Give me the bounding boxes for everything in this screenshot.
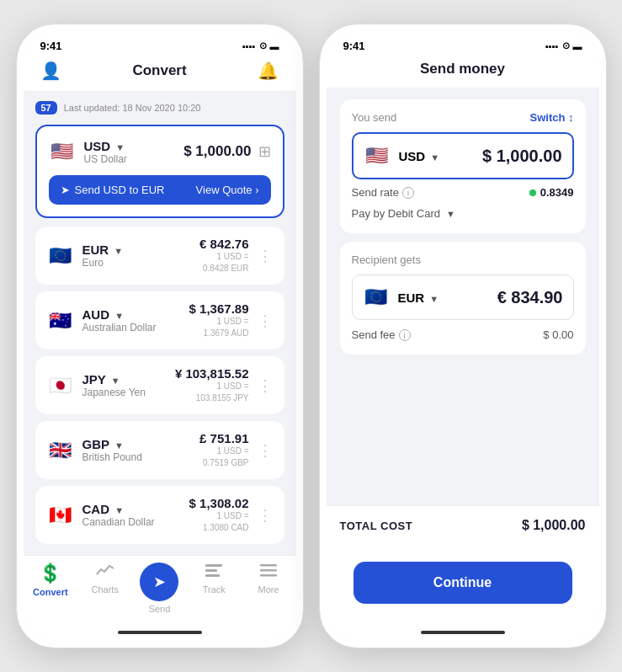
nav-send[interactable]: ➤ Send xyxy=(138,563,180,614)
recipient-currency-row[interactable]: 🇪🇺 EUR ▼ € 834.90 xyxy=(352,275,574,320)
track-icon xyxy=(205,563,223,582)
home-bar-1 xyxy=(24,627,296,641)
aud-rate: 1 USD =1.3679 AUD xyxy=(189,316,249,339)
cad-amount: $ 1,308.02 xyxy=(189,496,249,510)
jpy-name: Japanese Yen xyxy=(82,387,146,398)
cad-code: CAD ▼ xyxy=(82,502,155,516)
eur-amount: € 842.76 xyxy=(199,237,248,251)
cad-rate: 1 USD =1.3080 CAD xyxy=(189,510,249,534)
status-time-1: 9:41 xyxy=(40,40,62,52)
status-icons-1: ▪▪▪▪ ⊙ ▬ xyxy=(242,40,279,51)
gbp-code: GBP ▼ xyxy=(82,437,142,451)
rate-value: 0.8349 xyxy=(529,186,574,199)
gbp-name: British Pound xyxy=(82,451,142,463)
app-header-2: Send money xyxy=(327,56,599,88)
app-header-1: 👤 Convert 🔔 xyxy=(24,56,296,91)
total-value: $ 1,000.00 xyxy=(522,518,586,533)
update-badge: 57 xyxy=(35,101,57,115)
pay-method-label: Pay by Debit Card xyxy=(352,207,441,220)
rate-info-icon[interactable]: i xyxy=(402,187,414,199)
nav-convert[interactable]: 💲 Convert xyxy=(29,563,72,614)
phone-2: 9:41 ▪▪▪▪ ⊙ ▬ Send money You send xyxy=(320,24,606,648)
svg-rect-4 xyxy=(260,569,277,572)
list-item[interactable]: 🇯🇵 JPY ▼ Japanese Yen ¥ 103,815.52 1 USD… xyxy=(35,356,284,414)
fee-label: Send fee i xyxy=(352,328,411,341)
eur-more-icon[interactable]: ⋮ xyxy=(258,247,273,265)
send-flag: 🇺🇸 xyxy=(364,142,391,169)
main-currency-card[interactable]: 🇺🇸 USD ▼ US Dollar $ 1,000.00 xyxy=(35,125,284,218)
send-code[interactable]: USD ▼ xyxy=(399,149,440,163)
jpy-code: JPY ▼ xyxy=(82,372,146,387)
usd-name: US Dollar xyxy=(84,153,127,165)
send-label-text: Send USD to EUR xyxy=(75,184,165,196)
view-quote-btn[interactable]: View Quote › xyxy=(196,184,259,196)
pay-dropdown-arrow: ▼ xyxy=(446,209,455,219)
send-quote-bar[interactable]: ➤ Send USD to EUR View Quote › xyxy=(49,175,271,205)
svg-rect-1 xyxy=(205,569,217,572)
profile-icon[interactable]: 👤 xyxy=(40,61,61,81)
usd-code[interactable]: USD ▼ xyxy=(84,139,127,153)
jpy-flag: 🇯🇵 xyxy=(47,372,74,399)
status-bar-1: 9:41 ▪▪▪▪ ⊙ ▬ xyxy=(24,31,296,56)
send-arrow-icon: ➤ xyxy=(61,184,70,196)
list-item[interactable]: 🇨🇦 CAD ▼ Canadian Dollar $ 1,308.02 1 US… xyxy=(35,486,284,544)
recipient-flag: 🇪🇺 xyxy=(363,284,390,311)
nav-more[interactable]: More xyxy=(247,563,290,614)
jpy-more-icon[interactable]: ⋮ xyxy=(258,376,273,395)
total-label: TOTAL COST xyxy=(340,520,413,532)
nav-track-label: Track xyxy=(203,584,226,595)
bell-icon[interactable]: 🔔 xyxy=(258,61,279,81)
battery-icon-1: ▬ xyxy=(270,41,279,51)
eur-flag: 🇪🇺 xyxy=(47,243,74,269)
jpy-amount: ¥ 103,815.52 xyxy=(175,366,249,381)
nav-track[interactable]: Track xyxy=(193,563,235,614)
page-title-2: Send money xyxy=(420,61,505,77)
gbp-rate: 1 USD =0.7519 GBP xyxy=(199,445,248,469)
page-title-1: Convert xyxy=(132,62,186,79)
status-icons-2: ▪▪▪▪ ⊙ ▬ xyxy=(545,40,582,51)
pay-method-row[interactable]: Pay by Debit Card ▼ xyxy=(352,202,574,221)
rate-row: Send rate i 0.8349 xyxy=(352,179,574,202)
aud-code: AUD ▼ xyxy=(82,307,157,322)
fee-info-icon[interactable]: i xyxy=(399,329,411,341)
list-item[interactable]: 🇪🇺 EUR ▼ Euro € 842.76 1 USD =0.8428 EUR xyxy=(35,227,284,285)
nav-charts[interactable]: Charts xyxy=(84,563,126,614)
aud-more-icon[interactable]: ⋮ xyxy=(258,312,273,330)
list-item[interactable]: 🇬🇧 GBP ▼ British Pound £ 751.91 1 USD =0… xyxy=(35,421,284,479)
gbp-flag: 🇬🇧 xyxy=(47,437,74,464)
recipient-label: Recipient gets xyxy=(352,253,574,266)
list-item[interactable]: 🇦🇺 AUD ▼ Australian Dollar $ 1,367.89 1 … xyxy=(35,291,284,349)
total-section: TOTAL COST $ 1,000.00 xyxy=(327,505,599,545)
recipient-section: Recipient gets 🇪🇺 EUR ▼ € 834.90 Send fe… xyxy=(340,242,586,355)
jpy-rate: 1 USD =103.8155 JPY xyxy=(175,381,249,404)
aud-name: Australian Dollar xyxy=(82,322,157,333)
updated-text: Last updated: 18 Nov 2020 10:20 xyxy=(64,103,201,113)
status-bar-2: 9:41 ▪▪▪▪ ⊙ ▬ xyxy=(327,31,599,56)
battery-icon-2: ▬ xyxy=(573,41,582,51)
usd-amount: $ 1,000.00 xyxy=(183,143,251,160)
calculator-icon[interactable]: ⊞ xyxy=(258,142,271,161)
continue-section: Continue xyxy=(327,545,599,627)
switch-button[interactable]: Switch ↕ xyxy=(529,111,573,124)
send-circle: ➤ xyxy=(140,563,178,601)
gbp-more-icon[interactable]: ⋮ xyxy=(258,441,273,460)
eur-rate: 1 USD =0.8428 EUR xyxy=(199,251,248,275)
phone-1: 9:41 ▪▪▪▪ ⊙ ▬ 👤 Convert 🔔 57 Last update… xyxy=(17,24,303,648)
send-currency-row[interactable]: 🇺🇸 USD ▼ $ 1,000.00 xyxy=(352,132,574,179)
more-icon xyxy=(259,563,278,582)
wifi-icon-2: ⊙ xyxy=(562,40,570,51)
recipient-code[interactable]: EUR ▼ xyxy=(398,291,439,305)
rate-label: Send rate i xyxy=(352,186,414,199)
currency-list: 🇪🇺 EUR ▼ Euro € 842.76 1 USD =0.8428 EUR xyxy=(35,227,284,544)
green-dot xyxy=(529,189,536,196)
continue-button[interactable]: Continue xyxy=(354,562,572,604)
recipient-amount: € 834.90 xyxy=(497,288,563,307)
send-amount: $ 1,000.00 xyxy=(482,147,562,166)
status-time-2: 9:41 xyxy=(343,40,365,52)
home-bar-2 xyxy=(327,627,599,641)
nav-convert-label: Convert xyxy=(33,587,68,597)
cad-more-icon[interactable]: ⋮ xyxy=(258,506,273,525)
nav-more-label: More xyxy=(258,584,279,595)
bottom-nav: 💲 Convert Charts ➤ Send xyxy=(24,555,296,627)
charts-icon xyxy=(96,563,114,582)
